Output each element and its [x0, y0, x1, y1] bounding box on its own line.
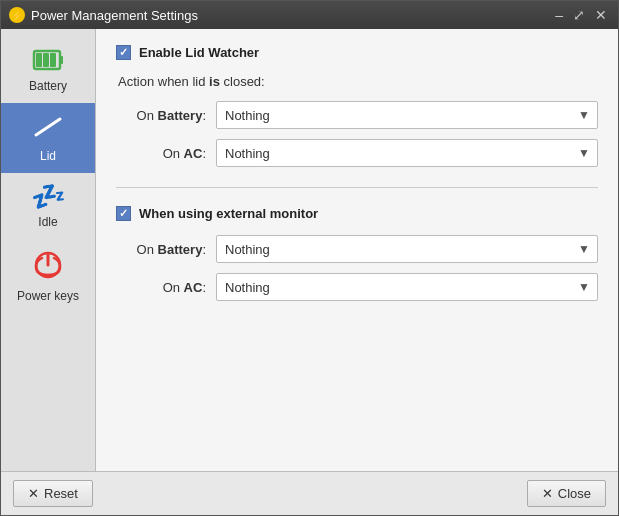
external-monitor-section: When using external monitor On Battery: … — [116, 206, 598, 301]
minimize-button[interactable]: – — [552, 8, 566, 22]
titlebar: ⚡ Power Management Settings – ⤢ ✕ — [1, 1, 618, 29]
sidebar-spacer — [1, 313, 95, 471]
lid-watcher-section: Enable Lid Watcher Action when lid is cl… — [116, 45, 598, 167]
titlebar-controls: – ⤢ ✕ — [552, 8, 610, 22]
lid-on-battery-label: On Battery: — [116, 108, 216, 123]
idle-icon: 💤 — [31, 183, 66, 211]
lid-on-ac-select[interactable]: Nothing Suspend Hibernate Shutdown Lock — [216, 139, 598, 167]
restore-button[interactable]: ⤢ — [570, 8, 588, 22]
ext-on-battery-label: On Battery: — [116, 242, 216, 257]
lid-icon — [32, 113, 64, 145]
reset-label: Reset — [44, 486, 78, 501]
svg-rect-2 — [36, 53, 42, 67]
window-title: Power Management Settings — [31, 8, 198, 23]
external-monitor-checkbox[interactable] — [116, 206, 131, 221]
reset-button[interactable]: ✕ Reset — [13, 480, 93, 507]
ext-on-ac-select[interactable]: Nothing Suspend Hibernate Shutdown Lock — [216, 273, 598, 301]
titlebar-left: ⚡ Power Management Settings — [9, 7, 198, 23]
lid-watcher-checkbox[interactable] — [116, 45, 131, 60]
lid-action-label: Action when lid is closed: — [118, 74, 598, 89]
sidebar-item-power-keys[interactable]: Power keys — [1, 239, 95, 313]
lid-watcher-title: Enable Lid Watcher — [139, 45, 259, 60]
ext-on-ac-dropdown-wrapper: Nothing Suspend Hibernate Shutdown Lock … — [216, 273, 598, 301]
sidebar-label-lid: Lid — [40, 149, 56, 163]
lid-on-battery-select[interactable]: Nothing Suspend Hibernate Shutdown Lock — [216, 101, 598, 129]
svg-line-5 — [36, 119, 60, 135]
sidebar-label-idle: Idle — [38, 215, 57, 229]
ext-on-battery-select[interactable]: Nothing Suspend Hibernate Shutdown Lock — [216, 235, 598, 263]
close-button[interactable]: ✕ Close — [527, 480, 606, 507]
external-monitor-header: When using external monitor — [116, 206, 598, 221]
sidebar-label-power-keys: Power keys — [17, 289, 79, 303]
svg-rect-3 — [43, 53, 49, 67]
lid-watcher-header: Enable Lid Watcher — [116, 45, 598, 60]
main-content: Enable Lid Watcher Action when lid is cl… — [96, 29, 618, 471]
battery-icon — [32, 47, 64, 75]
external-monitor-title: When using external monitor — [139, 206, 318, 221]
sidebar-item-idle[interactable]: 💤 Idle — [1, 173, 95, 239]
sidebar-label-battery: Battery — [29, 79, 67, 93]
sidebar: Battery Lid 💤 Idle — [1, 29, 96, 471]
sidebar-item-battery[interactable]: Battery — [1, 37, 95, 103]
ext-on-battery-row: On Battery: Nothing Suspend Hibernate Sh… — [116, 235, 598, 263]
footer: ✕ Reset ✕ Close — [1, 471, 618, 515]
power-keys-icon — [32, 249, 64, 285]
lid-on-ac-dropdown-wrapper: Nothing Suspend Hibernate Shutdown Lock … — [216, 139, 598, 167]
window-body: Battery Lid 💤 Idle — [1, 29, 618, 471]
svg-rect-1 — [60, 56, 63, 64]
svg-rect-4 — [50, 53, 56, 67]
main-window: ⚡ Power Management Settings – ⤢ ✕ — [0, 0, 619, 516]
sidebar-item-lid[interactable]: Lid — [1, 103, 95, 173]
lid-on-battery-dropdown-wrapper: Nothing Suspend Hibernate Shutdown Lock … — [216, 101, 598, 129]
close-window-button[interactable]: ✕ — [592, 8, 610, 22]
reset-icon: ✕ — [28, 486, 39, 501]
lid-on-battery-row: On Battery: Nothing Suspend Hibernate Sh… — [116, 101, 598, 129]
lid-on-ac-label: On AC: — [116, 146, 216, 161]
ext-on-ac-label: On AC: — [116, 280, 216, 295]
close-icon: ✕ — [542, 486, 553, 501]
ext-on-battery-dropdown-wrapper: Nothing Suspend Hibernate Shutdown Lock … — [216, 235, 598, 263]
ext-on-ac-row: On AC: Nothing Suspend Hibernate Shutdow… — [116, 273, 598, 301]
section-divider — [116, 187, 598, 188]
close-label: Close — [558, 486, 591, 501]
app-icon: ⚡ — [9, 7, 25, 23]
lid-on-ac-row: On AC: Nothing Suspend Hibernate Shutdow… — [116, 139, 598, 167]
